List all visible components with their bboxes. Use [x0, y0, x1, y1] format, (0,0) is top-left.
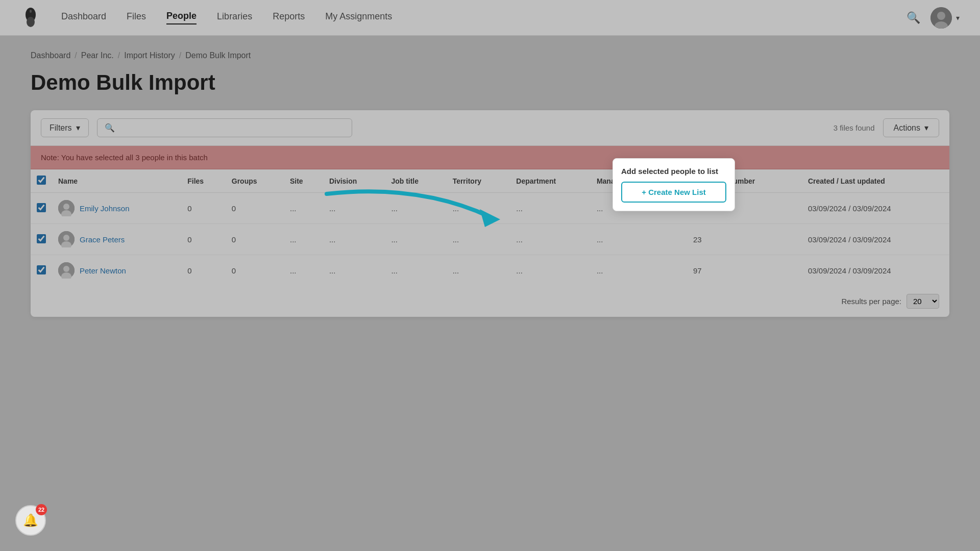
- notification-button[interactable]: 🔔 22: [15, 505, 46, 536]
- notification-icon: 🔔: [23, 513, 38, 528]
- create-new-list-button[interactable]: + Create New List: [621, 182, 726, 203]
- notification-badge: 22: [36, 504, 47, 515]
- actions-dropdown: Add selected people to list + Create New…: [612, 158, 735, 211]
- overlay-backdrop: [0, 0, 980, 551]
- notification-widget: 🔔 22: [15, 505, 46, 536]
- dropdown-title: Add selected people to list: [621, 167, 726, 176]
